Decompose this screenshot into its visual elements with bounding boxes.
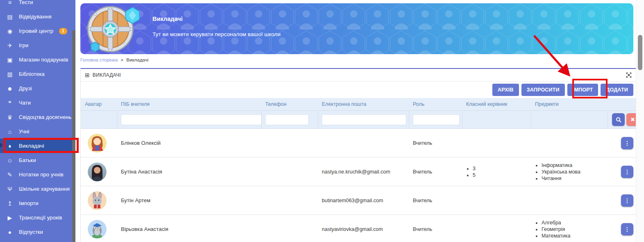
- sidebar-item-library[interactable]: ▥ Бібліотека: [0, 67, 75, 81]
- kebab-icon: ⋮: [624, 169, 630, 175]
- subject-item: Алгебра: [542, 220, 608, 226]
- game-center-badge: 1: [59, 28, 67, 34]
- sidebar-item-student-notes[interactable]: ✎ Нотатки про учнів: [0, 167, 75, 182]
- teacher-role: Вчитель: [409, 226, 462, 232]
- sidebar-item-teachers[interactable]: ♦ Викладачі: [0, 139, 75, 153]
- sidebar-item-label: Бібліотека: [19, 71, 45, 77]
- sidebar-item-label: Батьки: [19, 157, 36, 163]
- gift-shop-icon: ▣: [6, 57, 14, 63]
- subjects-list: Алгебра Геометрія Математика: [535, 220, 608, 239]
- teacher-email: nastyaviriovka@gmail.com: [318, 226, 409, 232]
- row-actions-button[interactable]: ⋮: [621, 137, 633, 149]
- sidebar-item-attendance[interactable]: ▤ Відвідування: [0, 9, 75, 24]
- friends-icon: ☻: [6, 85, 14, 92]
- subject-item: Геометрія: [542, 226, 608, 232]
- teachers-panel: ⊞ ВИКЛАДАЧІ АРХІВ ЗАПРОСИТИ ІМПОРТ ДОДАТ…: [80, 68, 636, 242]
- meals-icon: Ψ: [6, 186, 14, 192]
- sidebar-item-gift-shop[interactable]: ▣ Магазин подарунків: [0, 53, 75, 67]
- sidebar-item-label: Відпустки: [19, 229, 43, 235]
- active-item-marker-icon: [0, 143, 3, 148]
- filter-email-input[interactable]: [322, 115, 406, 125]
- teacher-name: Блінков Олексій: [117, 140, 261, 146]
- table-row: Блінков Олексій Вчитель ⋮: [81, 129, 636, 158]
- achievements-icon: ♛: [6, 114, 14, 121]
- subject-item: Українська мова: [542, 169, 608, 175]
- shield-logo-icon: [85, 5, 142, 54]
- teacher-role: Вчитель: [409, 169, 462, 175]
- table-row: Вірьовка Анастасія nastyaviriovka@gmail.…: [81, 215, 636, 242]
- import-button[interactable]: ІМПОРТ: [567, 84, 598, 96]
- class-lead-item: 3: [473, 166, 531, 171]
- sidebar-item-parents[interactable]: ☺ Батьки: [0, 153, 75, 167]
- banner-title: Викладачі: [152, 16, 280, 22]
- sidebar-item-school-meals[interactable]: Ψ Шкільне харчування: [0, 182, 75, 196]
- table-header-row: Аватар ПІБ вчителя Телефон Електронна по…: [81, 98, 636, 110]
- filter-name-input[interactable]: [121, 115, 261, 125]
- sidebar-item-games[interactable]: ✈ Ігри: [0, 38, 75, 53]
- sidebar-scrollbar[interactable]: [72, 30, 75, 242]
- teacher-name: Вірьовка Анастасія: [117, 226, 261, 232]
- parents-icon: ☺: [6, 157, 14, 164]
- sidebar-item-label: Ігри: [19, 42, 28, 48]
- woman-photo-avatar: [88, 162, 107, 181]
- teachers-icon: ♦: [6, 143, 14, 149]
- filter-role-input[interactable]: [413, 115, 459, 125]
- teacher-role: Вчитель: [409, 140, 462, 146]
- breadcrumb-separator: >: [121, 57, 123, 62]
- sidebar-item-label: Імпорти: [19, 200, 39, 206]
- subject-item: Інформатика: [542, 162, 608, 168]
- search-button[interactable]: [612, 113, 625, 126]
- superhero-girl-avatar: [88, 134, 107, 153]
- expand-panel-icon[interactable]: [626, 72, 632, 78]
- subject-item: Математика: [542, 233, 608, 239]
- archive-button[interactable]: АРХІВ: [492, 84, 519, 96]
- attendance-icon: ▤: [6, 14, 14, 20]
- rabbit-avatar: [88, 191, 107, 210]
- filter-phone-input[interactable]: [266, 115, 308, 125]
- sidebar-item-label: Учні: [19, 128, 30, 135]
- column-header-class-lead: Класний керівник: [462, 101, 531, 107]
- kebab-icon: ⋮: [624, 198, 630, 203]
- notes-icon: ✎: [6, 171, 14, 178]
- tests-icon: ≡: [6, 0, 14, 6]
- column-header-name: ПІБ вчителя: [117, 101, 261, 107]
- sidebar-item-lesson-broadcasts[interactable]: ▶ Трансляції уроків: [0, 210, 75, 225]
- row-actions-button[interactable]: ⋮: [621, 166, 633, 178]
- invite-button[interactable]: ЗАПРОСИТИ: [521, 84, 565, 96]
- table-grid-icon: ⊞: [85, 72, 90, 78]
- subject-item: Читання: [542, 176, 608, 181]
- sidebar-item-friends[interactable]: ☻ Друзі: [0, 81, 75, 96]
- breadcrumb-current: Викладачі: [126, 57, 148, 62]
- sidebar-item-game-center[interactable]: ◉ Ігровий центр 1: [0, 24, 75, 38]
- sidebar-item-label: Відвідування: [19, 14, 52, 20]
- search-icon: [616, 117, 621, 123]
- teacher-email: nastya.ne.kruchik@gmail.com: [318, 169, 409, 175]
- sidebar-item-achievements[interactable]: ♛ Свідоцтва досягнень: [0, 110, 75, 124]
- row-actions-button[interactable]: ⋮: [621, 223, 633, 235]
- sidebar-item-label: Магазин подарунків: [19, 57, 68, 63]
- column-header-email: Електронна пошта: [318, 101, 409, 107]
- add-button[interactable]: ДОДАТИ: [601, 84, 633, 96]
- teacher-name: Бутіна Анастасія: [117, 169, 261, 175]
- sidebar-item-label: Викладачі: [19, 143, 44, 149]
- page-scrollbar-thumb[interactable]: [638, 35, 642, 70]
- column-header-phone: Телефон: [261, 101, 318, 107]
- teacher-role: Вчитель: [409, 198, 462, 203]
- sidebar-item-tests[interactable]: ≡ Тести: [0, 0, 75, 9]
- class-lead-item: 5: [473, 172, 531, 178]
- column-header-role: Роль: [409, 101, 462, 107]
- sidebar-item-students[interactable]: ⌂ Учні: [0, 124, 75, 139]
- sidebar-item-chats[interactable]: ❝ Чати: [0, 96, 75, 110]
- breadcrumb-home-link[interactable]: Головна сторінка: [80, 57, 118, 62]
- breadcrumb: Головна сторінка > Викладачі: [80, 57, 148, 62]
- column-header-subjects: Предмети: [531, 101, 608, 107]
- sidebar-item-imports[interactable]: ↥ Імпорти: [0, 196, 75, 210]
- owl-avatar: [88, 220, 107, 239]
- banner-subtitle: Тут ви можете керувати персоналом вашої …: [152, 31, 280, 37]
- kebab-icon: ⋮: [624, 140, 630, 146]
- sidebar-item-label: Друзі: [19, 85, 32, 91]
- sidebar-item-vacations[interactable]: ● Відпустки: [0, 225, 75, 239]
- games-icon: ✈: [6, 42, 14, 49]
- row-actions-button[interactable]: ⋮: [621, 194, 633, 207]
- game-center-icon: ◉: [6, 28, 14, 34]
